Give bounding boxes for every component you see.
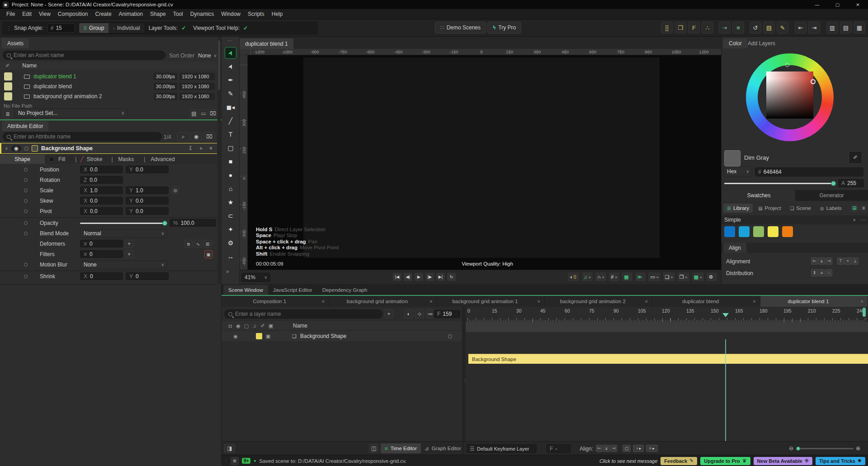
attribute-scrollbar[interactable] xyxy=(217,37,221,284)
align-keys-center-button[interactable]: ± xyxy=(603,445,610,452)
pencil-tool[interactable]: ✎ xyxy=(225,88,236,100)
keyframe-layer-dropdown[interactable]: ☰ Default Keyframe Layer xyxy=(467,444,537,453)
ellipse-tool[interactable]: ● xyxy=(225,169,236,181)
project-board-icon[interactable]: ≣ xyxy=(3,109,13,119)
align-left-button[interactable]: ⊢ xyxy=(811,257,818,265)
align-left-icon[interactable]: ⇤ xyxy=(795,22,807,33)
menu-item[interactable]: Composition xyxy=(54,9,92,19)
keyframe-type-button[interactable]: ⊦ ▸ xyxy=(646,445,658,452)
layer-search-input[interactable] xyxy=(235,311,378,317)
scale-x-field[interactable]: X1.0 xyxy=(80,186,123,194)
viewport-canvas[interactable]: Hold SDirect Layer Selection SpacePlay/ … xyxy=(248,55,721,270)
timeline-splitter[interactable]: ⋮ xyxy=(462,307,466,441)
vertical-ruler[interactable]: 4503001500-150-300-450 xyxy=(240,55,248,270)
filter-preview-icon[interactable]: ▣ xyxy=(204,250,212,258)
close-tab-icon[interactable]: × xyxy=(318,299,329,304)
align-tab[interactable]: Align xyxy=(723,243,746,253)
focus-icon[interactable]: ⌖ xyxy=(199,145,203,152)
asset-color-swatch[interactable] xyxy=(4,92,12,100)
timeline-zoom-slider[interactable] xyxy=(797,448,854,449)
rotation-z-field[interactable]: Z0.0 xyxy=(80,176,123,184)
menu-item[interactable]: Create xyxy=(92,9,115,19)
select-tool[interactable]: ➤ xyxy=(225,47,236,59)
visibility-toggle[interactable]: ◉ xyxy=(11,145,21,152)
shape-header[interactable]: ∨ ◉ Background Shape ↧ ⌖ × xyxy=(0,143,217,154)
dock-icon[interactable]: ◫ xyxy=(369,444,378,453)
distribute-h-button[interactable]: ‖ xyxy=(811,269,818,276)
scene-tab[interactable]: JavaScript Editor xyxy=(268,285,317,295)
scene-tab[interactable]: Dependency Graph xyxy=(317,285,373,295)
grid-view-icon[interactable]: ⊞ xyxy=(851,204,858,212)
tips-button[interactable]: Tips and Tricks✹ xyxy=(816,457,865,465)
bounding-box-button[interactable]: ▢ xyxy=(623,445,631,452)
lasso-tool[interactable]: ▢ xyxy=(225,142,236,154)
skew-y-field[interactable]: Y0.0 xyxy=(126,197,169,204)
work-area-band[interactable] xyxy=(466,322,868,332)
keyframe-toggle[interactable] xyxy=(24,189,28,192)
pen-tool[interactable]: ✒ xyxy=(225,74,236,86)
tab-masks[interactable]: Masks xyxy=(118,156,134,162)
opacity-slider-knob[interactable] xyxy=(162,221,167,226)
motion-path-icon[interactable]: ⇢ xyxy=(719,22,731,33)
library-tab[interactable]: ☰Library xyxy=(723,204,753,213)
polygon-tool[interactable]: ⌂ xyxy=(225,183,236,195)
pivot-arc-icon[interactable]: ↺ xyxy=(750,22,761,33)
keyframe-toggle[interactable] xyxy=(24,199,28,203)
distribute-v-button[interactable]: ≡ xyxy=(818,269,825,276)
scene-tab[interactable]: Scene Window xyxy=(223,285,268,295)
shrink-x-field[interactable]: X0 xyxy=(80,272,123,280)
deformer-list-icon[interactable]: ≣ xyxy=(184,240,193,248)
align-keys-right-button[interactable]: ⊣ xyxy=(610,445,617,452)
camera-tool[interactable]: ◼◂ xyxy=(225,101,236,113)
close-icon[interactable]: × xyxy=(209,145,212,152)
timeline-scroll-handle[interactable] xyxy=(863,308,866,317)
tab-stroke[interactable]: Stroke xyxy=(87,156,103,162)
alpha-slider[interactable] xyxy=(724,183,835,184)
loop-button[interactable]: ↻ xyxy=(447,272,456,281)
scatter-icon[interactable]: ∴ xyxy=(702,22,713,33)
asset-row[interactable]: duplicator blend 1 30.00fps 1920 x 1080 xyxy=(0,71,217,81)
list-view-icon[interactable]: ≡ xyxy=(860,204,867,212)
deformer-curve-icon[interactable]: ∿ xyxy=(194,240,202,248)
viewport-tool-help-checkbox[interactable]: ✓ xyxy=(243,25,248,31)
scale-y-field[interactable]: Y1.0 xyxy=(126,186,169,194)
menu-item[interactable]: File xyxy=(3,9,19,19)
align-top-button[interactable]: ⊤ xyxy=(837,257,844,265)
zoom-level-dropdown[interactable]: 41%∨ xyxy=(241,273,270,282)
pivot-y-field[interactable]: Y0.0 xyxy=(126,207,169,215)
go-to-end-button[interactable]: ▶| xyxy=(436,272,445,281)
try-pro-button[interactable]: ϟ Try Pro xyxy=(487,22,521,33)
rows-icon[interactable]: ▤ xyxy=(840,22,852,33)
labels-tab[interactable]: ◎Labels xyxy=(816,204,845,213)
solo-toggle[interactable] xyxy=(24,147,28,151)
keyframe-toggle[interactable] xyxy=(24,168,28,171)
more-options-icon[interactable]: ⋯ xyxy=(860,217,866,223)
opacity-value-field[interactable]: %100.0 xyxy=(170,219,216,227)
menu-item[interactable]: Dynamics xyxy=(187,9,218,19)
green[interactable] xyxy=(753,226,764,237)
render-camera-toggle[interactable]: ◖0 xyxy=(567,272,580,282)
direct-select-tool[interactable]: ➤ xyxy=(225,61,236,72)
color-mode-dropdown[interactable]: Hex∨ xyxy=(723,166,752,176)
close-tab-icon[interactable]: × xyxy=(425,299,437,304)
keyframe-toggle[interactable] xyxy=(24,209,28,213)
new-beta-button[interactable]: New Beta Available❉ xyxy=(754,457,812,465)
skew-x-field[interactable]: X0.0 xyxy=(80,197,123,204)
close-tab-icon[interactable]: × xyxy=(749,299,760,304)
add-deformer-button[interactable]: + xyxy=(125,240,133,248)
trash-icon[interactable]: ⌧ xyxy=(209,109,217,118)
pin-icon[interactable]: ↧ xyxy=(188,145,193,152)
grid-toggle[interactable]: #▸ xyxy=(609,272,620,282)
keyframe-toggle[interactable] xyxy=(24,275,28,278)
timeline-zoom-knob[interactable] xyxy=(796,447,800,451)
filter-icon[interactable]: ≔ xyxy=(426,309,435,319)
close-tab-icon[interactable]: × xyxy=(856,299,868,304)
folder-icon[interactable]: ▤ xyxy=(190,109,198,118)
grid-icon[interactable]: ▦ xyxy=(854,22,865,33)
layer-visibility-toggle[interactable]: ❏▸ xyxy=(663,272,675,282)
spark-tool[interactable]: ✦ xyxy=(225,223,236,235)
add-layers-tab[interactable]: Add Layers xyxy=(748,40,775,47)
menu-item[interactable]: Shape xyxy=(146,9,170,19)
menu-item[interactable]: Window xyxy=(217,9,244,19)
align-bottom-button[interactable]: ⊥ xyxy=(852,257,859,265)
